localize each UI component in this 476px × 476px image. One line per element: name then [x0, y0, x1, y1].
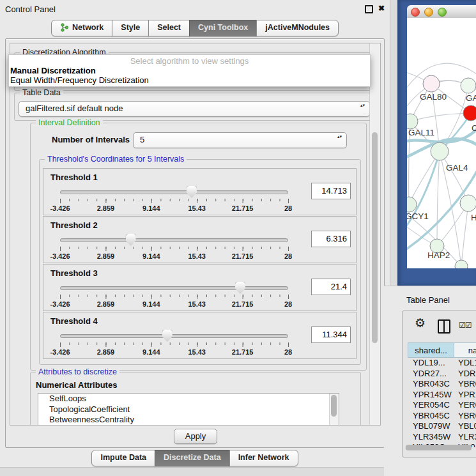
tab-select[interactable]: Select [148, 20, 190, 36]
table-data-title: Table Data [20, 88, 63, 97]
table-panel-area: Table Panel ⚙ ☑☑ shared... na YDL19...YD… [384, 286, 476, 476]
node-table: shared... na YDL19...YDL1 YDR27...YDR2 Y… [408, 342, 476, 447]
network-window-titlebar[interactable] [407, 5, 476, 19]
node-gal11[interactable] [407, 114, 418, 129]
tab-network-label: Network [72, 20, 104, 36]
tab-infer-network[interactable]: Infer Network [229, 450, 298, 466]
settings-scrollbar-thumb[interactable] [372, 132, 378, 343]
list-item[interactable]: BetweennessCentrality [38, 415, 339, 426]
slider-scale-labels: -3.4262.8599.14415.4321.71528 [60, 204, 288, 212]
node-gcy1[interactable] [407, 197, 417, 212]
threshold-1-row: Threshold 1 -3.4262.8599.14415.4321.7152… [43, 168, 357, 215]
slider-thumb[interactable] [126, 234, 136, 246]
checkbox-icons[interactable]: ☑☑ [459, 321, 472, 330]
network-window-frame: GAL80 GA C GAL11 GAL4 GCY1 H HAP2 [397, 0, 476, 286]
table-row[interactable]: YPR145WYPR1 [408, 390, 476, 401]
table-data-combobox[interactable]: galFiltered.sif default node ▴▾ [19, 101, 370, 117]
node-label-cut-g: GA [466, 93, 476, 103]
threshold-1-value-field[interactable]: 14.713 [311, 183, 351, 199]
columns-icon[interactable] [438, 319, 450, 334]
tab-style[interactable]: Style [112, 20, 149, 36]
tab-impute-data[interactable]: Impute Data [91, 450, 155, 466]
slider-thumb[interactable] [187, 186, 197, 198]
table-data-combobox-value: galFiltered.sif default node [26, 104, 123, 113]
algorithm-dropdown-popup: Select algorithm to view settings Manual… [8, 54, 371, 87]
threshold-3-slider[interactable]: -3.4262.8599.14415.4321.71528 [60, 265, 288, 311]
table-horizontal-scrollbar-thumb[interactable] [406, 445, 472, 450]
float-window-icon[interactable] [365, 5, 373, 13]
combo-arrows-icon[interactable]: ▴▾ [337, 134, 342, 140]
algorithm-option-equal-width[interactable]: Equal Width/Frequency Discretization [9, 75, 370, 85]
bottom-tab-bar: Impute Data Discretize Data Infer Networ… [0, 450, 390, 466]
table-data-group: Table Data galFiltered.sif default node … [14, 93, 376, 121]
threshold-2-value-field[interactable]: 6.316 [311, 231, 351, 247]
control-panel-window: Control Panel ✖ Network Style Select Cyn… [0, 0, 390, 468]
slider-major-ticks [60, 199, 289, 203]
threshold-1-slider[interactable]: -3.4262.8599.14415.4321.71528 [60, 169, 288, 215]
tab-select-label: Select [157, 20, 181, 36]
node-gal80[interactable] [423, 75, 440, 92]
numerical-attributes-list[interactable]: SelfLoops TopologicalCoefficient Between… [38, 393, 339, 426]
algorithm-popup-hint: Select algorithm to view settings [9, 55, 370, 66]
slider-track [60, 238, 288, 242]
node-label-gal80: GAL80 [420, 92, 447, 102]
tab-jactivemnodules[interactable]: jActiveMNodules [256, 20, 339, 36]
close-icon[interactable]: ✖ [378, 4, 385, 13]
combo-arrows-icon[interactable]: ▴▾ [360, 102, 365, 109]
node-cut-right-top[interactable] [461, 78, 476, 93]
table-row[interactable]: YER054CYER0 [408, 400, 476, 411]
tab-cyni-toolbox[interactable]: Cyni Toolbox [189, 20, 257, 36]
column-header-name[interactable]: na [454, 342, 476, 358]
threshold-4-value-field[interactable]: 11.344 [311, 326, 351, 343]
threshold-2-slider[interactable]: -3.4262.8599.14415.4321.71528 [60, 217, 288, 263]
close-traffic-light-icon[interactable] [411, 8, 420, 17]
zoom-traffic-light-icon[interactable] [438, 8, 447, 17]
slider-major-ticks [60, 295, 289, 299]
list-scrollbar-thumb[interactable] [331, 395, 337, 417]
number-of-intervals-value: 5 [140, 135, 144, 144]
slider-track [60, 286, 288, 290]
panel-title: Control Panel [5, 4, 56, 14]
minimize-traffic-light-icon[interactable] [424, 8, 433, 17]
thresholds-title: Threshold's Coordinates for 5 Intervals [45, 155, 187, 164]
table-panel: ⚙ ☑☑ shared... na YDL19...YDL1 YDR27...Y… [402, 311, 476, 457]
tab-network[interactable]: Network [51, 20, 112, 36]
network-icon [60, 23, 69, 32]
list-item[interactable]: SelfLoops [38, 394, 339, 404]
slider-thumb[interactable] [235, 282, 245, 294]
table-horizontal-scrollbar[interactable] [405, 445, 457, 450]
slider-major-ticks [60, 247, 289, 251]
node-gal4[interactable] [431, 142, 449, 160]
interval-definition-group: Interval Definition Number of Intervals … [30, 123, 367, 371]
table-header-row: shared... na [408, 342, 476, 358]
node-red-selected[interactable] [463, 105, 476, 121]
threshold-3-value-field[interactable]: 21.4 [311, 279, 351, 295]
slider-scale-labels: -3.4262.8599.14415.4321.71528 [60, 348, 288, 356]
tab-discretize-data[interactable]: Discretize Data [155, 450, 230, 466]
column-header-shared-name[interactable]: shared... [408, 342, 454, 358]
list-scrollbar[interactable] [329, 394, 339, 426]
gear-icon[interactable]: ⚙ [415, 316, 426, 330]
slider-thumb[interactable] [162, 330, 173, 342]
node-cut-right-mid[interactable] [460, 195, 476, 211]
number-of-intervals-combobox[interactable]: 5 ▴▾ [133, 132, 347, 148]
slider-scale-labels: -3.4262.8599.14415.4321.71528 [60, 252, 288, 260]
attributes-title: Attributes to discretize [36, 367, 119, 376]
table-row[interactable]: YDL19...YDL1 [408, 358, 476, 369]
node-label-hap2: HAP2 [427, 250, 450, 260]
table-row[interactable]: YDR27...YDR2 [408, 369, 476, 380]
algorithm-option-manual[interactable]: Manual Discretization [9, 66, 370, 75]
interval-definition-title: Interval Definition [36, 118, 103, 127]
table-row[interactable]: YBL079WYBL0 [408, 421, 476, 432]
network-canvas[interactable]: GAL80 GA C GAL11 GAL4 GCY1 H HAP2 [407, 18, 476, 268]
settings-scrollbar[interactable] [369, 43, 380, 425]
node-label-gcy1: GCY1 [407, 211, 429, 221]
table-row[interactable]: YBR043CYBR0 [408, 379, 476, 390]
table-rows: YDL19...YDL1 YDR27...YDR2 YBR043CYBR0 YP… [408, 358, 476, 447]
table-row[interactable]: YBR045CYBR0 [408, 411, 476, 422]
apply-button[interactable]: Apply [174, 429, 217, 444]
tab-jactivemnodules-label: jActiveMNodules [265, 20, 330, 36]
threshold-4-slider[interactable]: -3.4262.8599.14415.4321.71528 [60, 312, 288, 358]
table-row[interactable]: YLR345WYLR3 [408, 432, 476, 443]
list-item[interactable]: TopologicalCoefficient [38, 404, 339, 415]
